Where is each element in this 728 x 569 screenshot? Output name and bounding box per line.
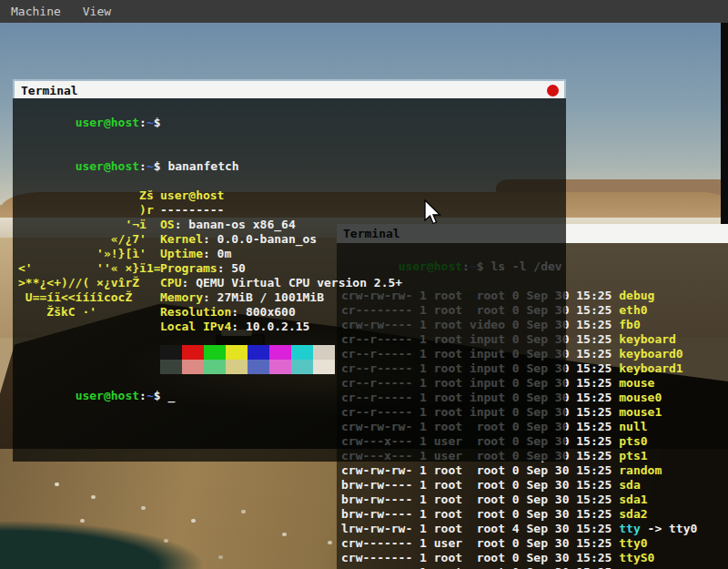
- fetch-info-label: CPU: [160, 276, 181, 290]
- prompt-path: ~: [147, 159, 154, 173]
- fetch-info-line: Kernel: 0.0.0-banan_os: [160, 232, 402, 247]
- fetch-info-line: Memory: 27MiB / 1001MiB: [160, 290, 402, 305]
- device-name: keyboard1: [619, 361, 682, 375]
- vm-screen: MachineView Terminal user@host:~$ ls -l …: [0, 0, 728, 569]
- device-name: pts0: [619, 434, 647, 448]
- fetch-info-label: Local IPv4: [160, 320, 231, 333]
- device-row: crw-rw-rw- 1 root root 0 Sep 30 15:25 ra…: [341, 463, 728, 478]
- wallpaper-edge-strip: [721, 23, 728, 239]
- fetch-info-value: : banan-os x86_64: [175, 218, 296, 231]
- command-text: bananfetch: [167, 159, 238, 173]
- device-name: mouse1: [619, 405, 662, 419]
- palette-color: [291, 360, 313, 374]
- fetch-header: user@host: [160, 188, 402, 203]
- palette-color: [291, 345, 313, 360]
- fetch-info-label: Kernel: [160, 232, 203, 246]
- device-row: crw------- 1 root root 0 Sep 30 15:25 tt…: [341, 551, 728, 565]
- fetch-info-label: Uptime: [160, 247, 203, 260]
- prompt-colon: :: [139, 389, 147, 402]
- fetch-info-label: Programs: [160, 261, 217, 275]
- device-name: sda2: [619, 507, 647, 521]
- fetch-info-label: Resolution: [160, 305, 231, 319]
- device-name: eth0: [619, 303, 647, 317]
- terminal-color-palette: [160, 345, 566, 374]
- device-name: keyboard: [619, 332, 676, 346]
- bananfetch-info: user@host---------OS: banan-os x86_64Ker…: [160, 188, 402, 334]
- fetch-info-line: OS: banan-os x86_64: [160, 218, 402, 232]
- palette-color: [204, 345, 226, 360]
- terminal-window-fetch[interactable]: Terminal user@host:~$ user@host:~$ banan…: [13, 79, 566, 461]
- device-row: crw------- 1 user root 0 Sep 30 15:25 tt…: [341, 536, 728, 551]
- fetch-info-value: : 50: [217, 261, 246, 275]
- device-meta: brw-rw---- 1 root root 0 Sep 30 15:25: [341, 507, 619, 521]
- palette-color: [226, 360, 248, 374]
- palette-row-normal: [160, 345, 566, 360]
- bananfetch-ascii-art: Zš )r '¬ï «/¿7' '»!}[ì' <' ''« ×}ï1= >**…: [18, 188, 161, 320]
- palette-color: [313, 345, 335, 360]
- device-meta: brw-rw---- 1 root root 0 Sep 30 15:25: [341, 478, 619, 492]
- prompt-colon: :: [139, 159, 147, 173]
- prompt-dollar: $: [154, 116, 168, 129]
- palette-color: [248, 360, 269, 374]
- palette-color: [269, 345, 291, 360]
- device-row: brw-rw---- 1 root root 0 Sep 30 15:25 sd…: [341, 493, 728, 507]
- fetch-info-line: Local IPv4: 10.0.2.15: [160, 320, 402, 334]
- vm-menubar: MachineView: [0, 0, 728, 23]
- device-name: keyboard0: [619, 347, 682, 361]
- palette-color: [182, 360, 204, 374]
- palette-color: [204, 360, 226, 374]
- symlink-target: -> tty0: [641, 522, 698, 535]
- device-row: lrw-rw-rw- 1 root root 4 Sep 30 15:25 tt…: [341, 522, 728, 536]
- palette-color: [182, 345, 204, 360]
- device-row: crw-rw-rw- 1 root root 0 Sep 30 15:25 ze…: [341, 565, 728, 569]
- palette-color: [313, 360, 335, 374]
- palette-color: [226, 345, 248, 360]
- device-row: brw-rw---- 1 root root 0 Sep 30 15:25 sd…: [341, 507, 728, 522]
- device-name: pts1: [619, 449, 647, 462]
- fetch-info-value: : 0m: [203, 247, 231, 260]
- fetch-info-value: : 27MiB / 1001MiB: [203, 290, 324, 304]
- device-name: random: [619, 463, 662, 477]
- menu-item-view[interactable]: View: [72, 0, 122, 23]
- menu-item-machine[interactable]: Machine: [0, 0, 72, 23]
- device-row: brw-rw---- 1 root root 0 Sep 30 15:25 sd…: [341, 478, 728, 493]
- close-button-icon[interactable]: [547, 85, 559, 97]
- terminal1-title: Terminal: [21, 84, 78, 97]
- prompt-dollar: $: [154, 389, 168, 402]
- terminal1-body[interactable]: user@host:~$ user@host:~$ bananfetch Zš …: [13, 98, 566, 462]
- terminal1-titlebar[interactable]: Terminal: [13, 79, 566, 98]
- device-meta: crw-rw-rw- 1 root root 0 Sep 30 15:25: [341, 565, 619, 569]
- shell-prompt: user@host:~$: [76, 389, 168, 402]
- palette-color: [248, 345, 269, 360]
- prompt-dollar: $: [154, 159, 168, 173]
- palette-color: [160, 345, 182, 360]
- terminal1-command-line: user@host:~$ bananfetch: [18, 145, 566, 188]
- palette-row-bright: [160, 360, 566, 374]
- device-name: sda: [619, 478, 640, 492]
- mouse-cursor-icon: [424, 199, 444, 229]
- fetch-info-value: : 10.0.2.15: [231, 320, 309, 333]
- device-meta: crw------- 1 user root 0 Sep 30 15:25: [341, 536, 619, 550]
- device-name: fb0: [619, 318, 640, 331]
- device-name: zero: [619, 565, 647, 569]
- shell-prompt: user@host:~$: [76, 116, 168, 129]
- fetch-info-line: Resolution: 800x600: [160, 305, 402, 320]
- fetch-info-label: Memory: [160, 290, 203, 304]
- prompt-user: user@host: [76, 159, 139, 173]
- fetch-info-line: CPU: QEMU Virtual CPU version 2.5+: [160, 276, 402, 290]
- prompt-user: user@host: [76, 116, 139, 129]
- device-name: null: [619, 420, 647, 433]
- device-meta: lrw-rw-rw- 1 root root 4 Sep 30 15:25: [341, 522, 619, 535]
- palette-color: [160, 360, 182, 374]
- wallpaper-pebbles: [55, 483, 59, 486]
- device-meta: brw-rw---- 1 root root 0 Sep 30 15:25: [341, 493, 619, 506]
- fetch-divider: ---------: [160, 203, 402, 218]
- prompt-path: ~: [147, 389, 154, 402]
- device-name: debug: [619, 289, 654, 302]
- fetch-info-value: : 800x600: [231, 305, 295, 319]
- device-meta: crw-rw-rw- 1 root root 0 Sep 30 15:25: [341, 463, 619, 477]
- palette-color: [269, 360, 291, 374]
- device-name: tty0: [619, 536, 647, 550]
- cursor-block: _: [167, 389, 175, 402]
- device-meta: crw------- 1 root root 0 Sep 30 15:25: [341, 551, 619, 564]
